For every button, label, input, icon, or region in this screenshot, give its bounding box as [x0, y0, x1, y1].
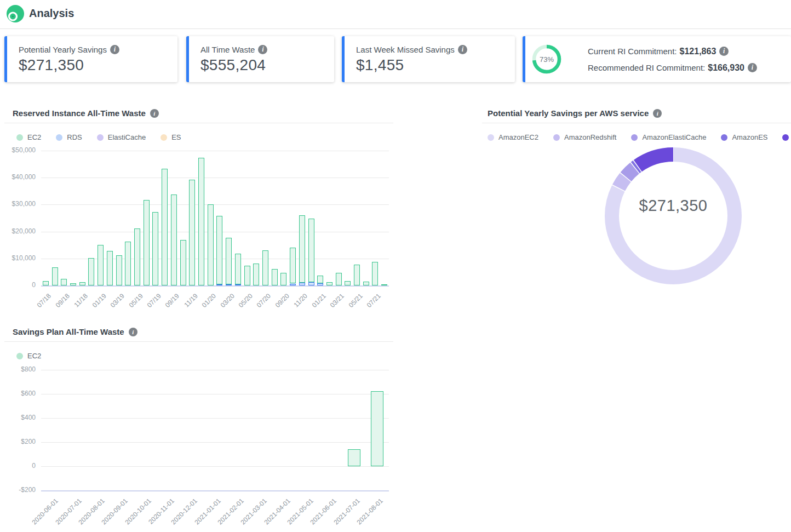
bar-chart-plot: $50,000$40,000$30,000$20,000$10,000007/1…: [41, 151, 389, 285]
bar-segment-ec2[interactable]: [152, 212, 158, 285]
info-icon[interactable]: [719, 47, 729, 56]
card-value: $271,350: [19, 56, 84, 74]
bar-segment-ec2[interactable]: [107, 251, 113, 286]
bar-segment-ec2[interactable]: [134, 228, 140, 285]
bar-segment-rds[interactable]: [308, 282, 314, 285]
y-axis-tick-label: -$200: [2, 486, 36, 494]
legend-item-ec2[interactable]: EC2: [16, 352, 41, 360]
bar-segment-ec2[interactable]: [363, 282, 369, 285]
chart-legend: EC2: [16, 352, 56, 360]
bar-segment-ec2[interactable]: [216, 216, 222, 284]
bar-segment-ec2[interactable]: [116, 255, 122, 285]
legend-item-ec2[interactable]: EC2: [16, 133, 41, 141]
legend-item-amazones[interactable]: AmazonES: [721, 133, 767, 141]
bar-segment-ec2[interactable]: [189, 180, 195, 285]
bar-segment-ec2[interactable]: [208, 204, 214, 285]
bar-segment-rds[interactable]: [317, 283, 323, 285]
bar-segment-ec2[interactable]: [235, 254, 241, 284]
card-label: Potential Yearly Savings: [19, 45, 119, 54]
x-axis-tick-label: 01/20: [194, 292, 217, 315]
legend-item-amazonrds[interactable]: AmazonRDS: [782, 133, 791, 141]
bar-segment-ec2[interactable]: [171, 195, 177, 285]
bar-segment-ec2[interactable]: [308, 219, 314, 282]
legend-item-rds[interactable]: RDS: [56, 133, 82, 141]
bar-segment-rds[interactable]: [226, 284, 232, 285]
divider: [4, 341, 393, 342]
bar-segment-ec2[interactable]: [290, 248, 296, 284]
bar-segment-ec2[interactable]: [371, 391, 383, 466]
bar-segment-ec2[interactable]: [381, 284, 387, 285]
info-icon[interactable]: [748, 63, 757, 72]
x-axis-tick-label: 09/20: [268, 292, 291, 315]
bar-segment-ec2[interactable]: [88, 258, 94, 285]
bar-segment-ec2[interactable]: [262, 250, 268, 286]
info-icon[interactable]: [150, 109, 159, 118]
y-axis-tick-label: $20,000: [2, 227, 36, 235]
donut-chart[interactable]: [599, 142, 747, 290]
info-icon[interactable]: [653, 109, 662, 118]
card-value: $555,204: [200, 56, 266, 74]
legend-label: EC2: [27, 133, 41, 141]
bar-segment-ec2[interactable]: [70, 283, 76, 285]
info-icon[interactable]: [110, 45, 119, 54]
bar-segment-ec2[interactable]: [299, 215, 305, 283]
info-icon[interactable]: [258, 45, 267, 54]
legend-label: EC2: [27, 352, 41, 360]
bar-segment-ec2[interactable]: [317, 276, 323, 283]
bar-segment-ec2[interactable]: [162, 169, 168, 286]
y-axis-tick-label: 0: [2, 281, 36, 289]
sp-waste-chart-panel: Savings Plan All-Time Waste EC2 $800$600…: [4, 324, 393, 532]
x-axis-tick-label: 03/19: [103, 292, 126, 315]
chart-title-row: Savings Plan All-Time Waste: [13, 327, 137, 337]
legend-item-es[interactable]: ES: [161, 133, 181, 141]
legend-dot-icon: [97, 134, 104, 141]
divider: [4, 123, 393, 123]
gridline: [41, 442, 389, 443]
bar-segment-ec2[interactable]: [348, 449, 360, 466]
x-axis-tick-label: 03/21: [323, 292, 346, 315]
y-axis-tick-label: $40,000: [2, 173, 36, 181]
legend-dot-icon: [782, 134, 789, 141]
chart-title-row: Potential Yearly Savings per AWS service: [488, 108, 662, 118]
bar-segment-ec2[interactable]: [354, 265, 360, 285]
bar-segment-ec2[interactable]: [280, 273, 286, 285]
legend-item-amazonec2[interactable]: AmazonEC2: [488, 133, 538, 141]
legend-item-amazonelasticache[interactable]: AmazonElastiCache: [631, 133, 706, 141]
info-icon[interactable]: [129, 328, 137, 336]
x-axis-tick-label: 05/19: [122, 292, 145, 315]
bar-segment-ec2[interactable]: [52, 267, 58, 286]
bar-segment-ec2[interactable]: [180, 240, 186, 285]
savings-per-service-panel: Potential Yearly Savings per AWS service…: [482, 106, 791, 322]
bar-segment-rds[interactable]: [216, 284, 222, 286]
legend-dot-icon: [16, 353, 23, 359]
bar-segment-ec2[interactable]: [372, 262, 378, 285]
info-icon[interactable]: [458, 45, 467, 54]
bar-segment-ec2[interactable]: [272, 269, 278, 286]
bar-segment-rds[interactable]: [235, 284, 241, 285]
legend-item-amazonredshift[interactable]: AmazonRedshift: [553, 133, 616, 141]
legend-item-elasticache[interactable]: ElastiCache: [97, 133, 146, 141]
y-axis-tick-label: $30,000: [2, 200, 36, 208]
bar-segment-rds[interactable]: [299, 283, 305, 285]
bar-segment-ec2[interactable]: [244, 266, 250, 285]
bar-segment-ec2[interactable]: [253, 264, 259, 285]
gridline: [41, 466, 389, 467]
bar-segment-ec2[interactable]: [98, 245, 104, 285]
bar-segment-ec2[interactable]: [61, 279, 67, 285]
bar-segment-ec2[interactable]: [345, 281, 351, 285]
bar-segment-ec2[interactable]: [144, 200, 150, 286]
bar-segment-ec2[interactable]: [326, 282, 333, 285]
bar-segment-ec2[interactable]: [43, 281, 49, 285]
bar-segment-ec2[interactable]: [79, 282, 85, 285]
chart-title-row: Reserved Instance All-Time Waste: [13, 108, 159, 118]
x-axis-tick-label: 11/18: [66, 292, 89, 315]
bar-segment-ec2[interactable]: [198, 158, 204, 285]
x-axis-tick-label: 07/19: [140, 292, 163, 315]
bar-segment-ec2[interactable]: [125, 242, 131, 285]
x-axis-tick-label: 01/21: [305, 292, 328, 315]
bar-segment-ec2[interactable]: [226, 238, 232, 284]
bar-segment-ec2[interactable]: [336, 273, 342, 285]
card-value: $1,455: [356, 56, 404, 74]
bar-segment-rds[interactable]: [290, 284, 296, 285]
x-axis-line: [41, 490, 389, 491]
